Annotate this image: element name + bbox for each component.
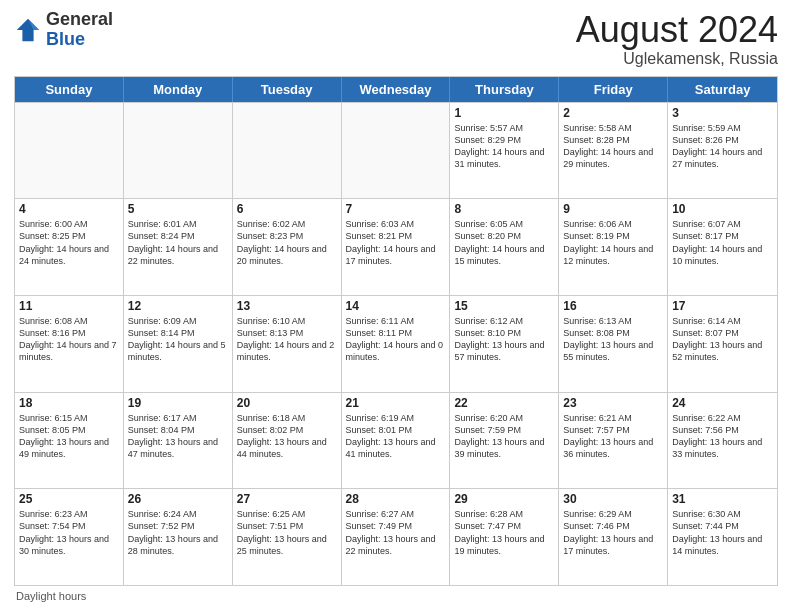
week-row-3: 11Sunrise: 6:08 AM Sunset: 8:16 PM Dayli… [15, 295, 777, 392]
cal-cell: 11Sunrise: 6:08 AM Sunset: 8:16 PM Dayli… [15, 296, 124, 392]
logo: General Blue [14, 10, 113, 50]
day-number: 30 [563, 492, 663, 506]
day-number: 19 [128, 396, 228, 410]
day-info: Sunrise: 6:15 AM Sunset: 8:05 PM Dayligh… [19, 412, 119, 461]
cal-cell [233, 103, 342, 199]
day-number: 27 [237, 492, 337, 506]
day-number: 6 [237, 202, 337, 216]
day-number: 10 [672, 202, 773, 216]
day-number: 22 [454, 396, 554, 410]
header-cell-thursday: Thursday [450, 77, 559, 102]
cal-cell: 31Sunrise: 6:30 AM Sunset: 7:44 PM Dayli… [668, 489, 777, 585]
day-info: Sunrise: 6:28 AM Sunset: 7:47 PM Dayligh… [454, 508, 554, 557]
day-info: Sunrise: 6:20 AM Sunset: 7:59 PM Dayligh… [454, 412, 554, 461]
day-info: Sunrise: 6:07 AM Sunset: 8:17 PM Dayligh… [672, 218, 773, 267]
header-cell-tuesday: Tuesday [233, 77, 342, 102]
day-info: Sunrise: 6:12 AM Sunset: 8:10 PM Dayligh… [454, 315, 554, 364]
day-number: 4 [19, 202, 119, 216]
header-cell-wednesday: Wednesday [342, 77, 451, 102]
cal-cell [342, 103, 451, 199]
cal-cell: 17Sunrise: 6:14 AM Sunset: 8:07 PM Dayli… [668, 296, 777, 392]
day-info: Sunrise: 6:08 AM Sunset: 8:16 PM Dayligh… [19, 315, 119, 364]
cal-cell: 16Sunrise: 6:13 AM Sunset: 8:08 PM Dayli… [559, 296, 668, 392]
day-info: Sunrise: 6:00 AM Sunset: 8:25 PM Dayligh… [19, 218, 119, 267]
cal-cell: 7Sunrise: 6:03 AM Sunset: 8:21 PM Daylig… [342, 199, 451, 295]
cal-cell [15, 103, 124, 199]
logo-text: General Blue [46, 10, 113, 50]
day-number: 17 [672, 299, 773, 313]
day-number: 9 [563, 202, 663, 216]
day-info: Sunrise: 6:21 AM Sunset: 7:57 PM Dayligh… [563, 412, 663, 461]
day-info: Sunrise: 6:03 AM Sunset: 8:21 PM Dayligh… [346, 218, 446, 267]
cal-cell: 29Sunrise: 6:28 AM Sunset: 7:47 PM Dayli… [450, 489, 559, 585]
cal-cell: 26Sunrise: 6:24 AM Sunset: 7:52 PM Dayli… [124, 489, 233, 585]
cal-cell: 21Sunrise: 6:19 AM Sunset: 8:01 PM Dayli… [342, 393, 451, 489]
day-info: Sunrise: 5:59 AM Sunset: 8:26 PM Dayligh… [672, 122, 773, 171]
cal-cell: 20Sunrise: 6:18 AM Sunset: 8:02 PM Dayli… [233, 393, 342, 489]
day-number: 31 [672, 492, 773, 506]
day-number: 20 [237, 396, 337, 410]
day-number: 11 [19, 299, 119, 313]
day-number: 7 [346, 202, 446, 216]
day-number: 18 [19, 396, 119, 410]
day-info: Sunrise: 6:27 AM Sunset: 7:49 PM Dayligh… [346, 508, 446, 557]
day-info: Sunrise: 6:10 AM Sunset: 8:13 PM Dayligh… [237, 315, 337, 364]
header-cell-monday: Monday [124, 77, 233, 102]
cal-cell: 23Sunrise: 6:21 AM Sunset: 7:57 PM Dayli… [559, 393, 668, 489]
day-number: 24 [672, 396, 773, 410]
week-row-1: 1Sunrise: 5:57 AM Sunset: 8:29 PM Daylig… [15, 102, 777, 199]
header: General Blue August 2024 Uglekamensk, Ru… [14, 10, 778, 68]
logo-icon [14, 16, 42, 44]
day-info: Sunrise: 5:57 AM Sunset: 8:29 PM Dayligh… [454, 122, 554, 171]
header-cell-saturday: Saturday [668, 77, 777, 102]
day-number: 12 [128, 299, 228, 313]
day-number: 3 [672, 106, 773, 120]
day-info: Sunrise: 6:09 AM Sunset: 8:14 PM Dayligh… [128, 315, 228, 364]
day-info: Sunrise: 6:30 AM Sunset: 7:44 PM Dayligh… [672, 508, 773, 557]
cal-cell: 14Sunrise: 6:11 AM Sunset: 8:11 PM Dayli… [342, 296, 451, 392]
calendar-body: 1Sunrise: 5:57 AM Sunset: 8:29 PM Daylig… [15, 102, 777, 585]
cal-cell: 9Sunrise: 6:06 AM Sunset: 8:19 PM Daylig… [559, 199, 668, 295]
day-info: Sunrise: 6:24 AM Sunset: 7:52 PM Dayligh… [128, 508, 228, 557]
cal-cell: 19Sunrise: 6:17 AM Sunset: 8:04 PM Dayli… [124, 393, 233, 489]
cal-cell: 6Sunrise: 6:02 AM Sunset: 8:23 PM Daylig… [233, 199, 342, 295]
day-info: Sunrise: 6:19 AM Sunset: 8:01 PM Dayligh… [346, 412, 446, 461]
cal-cell: 3Sunrise: 5:59 AM Sunset: 8:26 PM Daylig… [668, 103, 777, 199]
calendar-header-row: SundayMondayTuesdayWednesdayThursdayFrid… [15, 77, 777, 102]
day-info: Sunrise: 6:13 AM Sunset: 8:08 PM Dayligh… [563, 315, 663, 364]
day-number: 14 [346, 299, 446, 313]
title-block: August 2024 Uglekamensk, Russia [576, 10, 778, 68]
header-cell-sunday: Sunday [15, 77, 124, 102]
day-info: Sunrise: 6:01 AM Sunset: 8:24 PM Dayligh… [128, 218, 228, 267]
cal-cell: 15Sunrise: 6:12 AM Sunset: 8:10 PM Dayli… [450, 296, 559, 392]
calendar-title: August 2024 [576, 10, 778, 50]
day-number: 1 [454, 106, 554, 120]
day-number: 5 [128, 202, 228, 216]
cal-cell: 8Sunrise: 6:05 AM Sunset: 8:20 PM Daylig… [450, 199, 559, 295]
day-info: Sunrise: 6:17 AM Sunset: 8:04 PM Dayligh… [128, 412, 228, 461]
day-info: Sunrise: 6:22 AM Sunset: 7:56 PM Dayligh… [672, 412, 773, 461]
week-row-2: 4Sunrise: 6:00 AM Sunset: 8:25 PM Daylig… [15, 198, 777, 295]
day-info: Sunrise: 6:11 AM Sunset: 8:11 PM Dayligh… [346, 315, 446, 364]
calendar: SundayMondayTuesdayWednesdayThursdayFrid… [14, 76, 778, 586]
cal-cell: 27Sunrise: 6:25 AM Sunset: 7:51 PM Dayli… [233, 489, 342, 585]
calendar-subtitle: Uglekamensk, Russia [576, 50, 778, 68]
header-cell-friday: Friday [559, 77, 668, 102]
cal-cell: 22Sunrise: 6:20 AM Sunset: 7:59 PM Dayli… [450, 393, 559, 489]
cal-cell: 10Sunrise: 6:07 AM Sunset: 8:17 PM Dayli… [668, 199, 777, 295]
day-info: Sunrise: 6:18 AM Sunset: 8:02 PM Dayligh… [237, 412, 337, 461]
day-info: Sunrise: 6:02 AM Sunset: 8:23 PM Dayligh… [237, 218, 337, 267]
cal-cell: 5Sunrise: 6:01 AM Sunset: 8:24 PM Daylig… [124, 199, 233, 295]
cal-cell: 24Sunrise: 6:22 AM Sunset: 7:56 PM Dayli… [668, 393, 777, 489]
cal-cell: 28Sunrise: 6:27 AM Sunset: 7:49 PM Dayli… [342, 489, 451, 585]
day-number: 23 [563, 396, 663, 410]
day-number: 28 [346, 492, 446, 506]
day-number: 26 [128, 492, 228, 506]
day-number: 21 [346, 396, 446, 410]
cal-cell: 2Sunrise: 5:58 AM Sunset: 8:28 PM Daylig… [559, 103, 668, 199]
day-number: 25 [19, 492, 119, 506]
day-number: 2 [563, 106, 663, 120]
cal-cell: 18Sunrise: 6:15 AM Sunset: 8:05 PM Dayli… [15, 393, 124, 489]
day-info: Sunrise: 6:29 AM Sunset: 7:46 PM Dayligh… [563, 508, 663, 557]
day-info: Sunrise: 6:06 AM Sunset: 8:19 PM Dayligh… [563, 218, 663, 267]
